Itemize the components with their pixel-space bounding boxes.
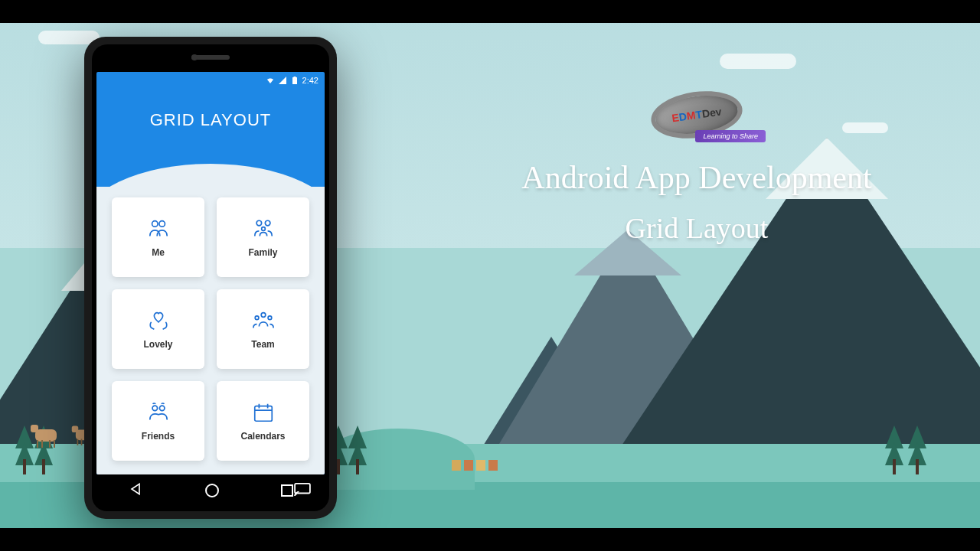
tree: [348, 425, 367, 474]
headline-main: Android App Development: [459, 159, 934, 196]
svg-rect-0: [292, 77, 297, 84]
page-title: GRID LAYOUT: [96, 110, 325, 130]
svg-point-2: [152, 221, 158, 227]
brand-logo: EDMTDev Learning to Share: [651, 92, 743, 138]
svg-point-10: [152, 406, 158, 411]
status-bar: 2:42: [96, 72, 325, 89]
clock-text: 2:42: [302, 76, 318, 85]
card-team[interactable]: Team: [217, 289, 309, 369]
card-me[interactable]: Me: [112, 197, 204, 277]
wifi-icon: [266, 76, 275, 85]
battery-icon: [290, 76, 299, 85]
family-icon: [251, 217, 276, 241]
recent-button[interactable]: [281, 484, 293, 497]
android-navbar: [96, 476, 325, 505]
card-calendars[interactable]: Calendars: [217, 381, 309, 461]
svg-rect-12: [254, 406, 272, 422]
tree: [908, 425, 926, 474]
card-family[interactable]: Family: [217, 197, 309, 277]
card-label: Team: [251, 339, 274, 350]
deer: [31, 417, 69, 448]
people-icon: [146, 217, 171, 241]
card-label: Friends: [142, 431, 175, 442]
card-friends[interactable]: Friends: [112, 381, 204, 461]
svg-point-11: [159, 406, 165, 411]
cast-icon[interactable]: [294, 483, 311, 500]
card-lovely[interactable]: Lovely: [112, 289, 204, 369]
svg-point-6: [261, 227, 265, 231]
card-label: Family: [248, 247, 277, 258]
calendar-icon: [251, 400, 276, 425]
svg-point-7: [261, 313, 266, 318]
friends-icon: [146, 400, 171, 425]
heart-hands-icon: [146, 308, 171, 333]
svg-point-9: [268, 316, 272, 320]
logo-letter: Dev: [701, 106, 723, 120]
svg-point-8: [255, 316, 259, 320]
brand-tagline: Learning to Share: [695, 130, 766, 142]
home-button[interactable]: [205, 484, 219, 497]
svg-rect-1: [293, 77, 296, 77]
team-icon: [251, 308, 276, 333]
app-screen: 2:42 GRID LAYOUT Me Family: [96, 72, 325, 474]
svg-point-4: [256, 220, 262, 226]
phone-frame: 2:42 GRID LAYOUT Me Family: [84, 37, 337, 519]
svg-point-5: [265, 220, 270, 226]
letterbox-top: [0, 0, 980, 23]
card-label: Lovely: [143, 339, 172, 350]
letterbox-bottom: [0, 528, 980, 551]
grid-layout: Me Family Lovely: [96, 187, 325, 474]
signal-icon: [278, 76, 287, 85]
houses: [452, 460, 498, 471]
title-block: EDMTDev Learning to Share Android App De…: [459, 92, 934, 245]
cloud: [720, 54, 796, 69]
svg-point-3: [158, 221, 165, 227]
card-label: Me: [152, 247, 165, 258]
back-button[interactable]: [128, 481, 143, 500]
app-header: GRID LAYOUT: [96, 89, 325, 161]
tree: [885, 425, 903, 474]
headline-sub: Grid Layout: [459, 211, 934, 245]
card-label: Calendars: [240, 431, 285, 442]
